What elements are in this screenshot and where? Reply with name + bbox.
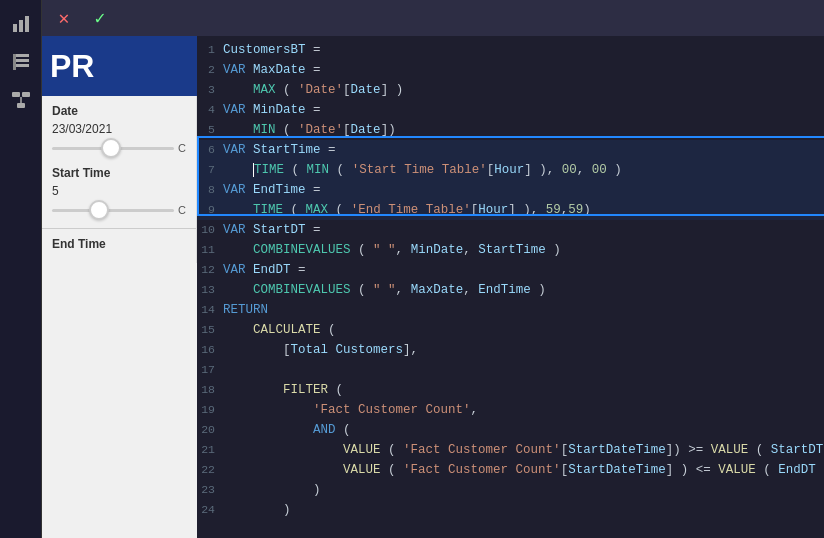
code-line-17: 17	[197, 360, 824, 380]
filter-panel: Date 23/03/2021 C Start Time 5 C	[42, 96, 197, 263]
date-slider[interactable]	[52, 147, 174, 150]
code-line-4: 4 VAR MinDate =	[197, 100, 824, 120]
svg-rect-2	[25, 16, 29, 32]
confirm-button[interactable]: ✓	[86, 4, 114, 32]
code-line-21: 21 VALUE ( 'Fact Customer Count'[StartDa…	[197, 440, 824, 460]
svg-rect-8	[22, 92, 30, 97]
cancel-button[interactable]: ✕	[50, 4, 78, 32]
start-time-value: 5	[52, 184, 186, 198]
end-time-label: End Time	[52, 237, 186, 251]
code-line-3: 3 MAX ( 'Date'[Date] )	[197, 80, 824, 100]
code-line-1: 1 CustomersBT =	[197, 40, 824, 60]
date-slider-thumb[interactable]	[101, 138, 121, 158]
svg-rect-7	[12, 92, 20, 97]
code-line-8: 8 VAR EndTime =	[197, 180, 824, 200]
editor-wrapper: 1 CustomersBT = 2 VAR MaxDate = 3 MAX ( …	[197, 36, 824, 538]
svg-rect-9	[17, 103, 25, 108]
code-line-6: 6 VAR StartTime =	[197, 140, 824, 160]
code-line-19: 19 'Fact Customer Count',	[197, 400, 824, 420]
bar-chart-icon[interactable]	[5, 8, 37, 40]
code-line-24: 24 )	[197, 500, 824, 520]
code-line-2: 2 VAR MaxDate =	[197, 60, 824, 80]
code-line-7: 7 TIME ( MIN ( 'Start Time Table'[Hour] …	[197, 160, 824, 180]
start-time-slider-container: C	[52, 204, 186, 216]
code-line-5: 5 MIN ( 'Date'[Date])	[197, 120, 824, 140]
code-line-11: 11 COMBINEVALUES ( " ", MinDate, StartTi…	[197, 240, 824, 260]
code-line-16: 16 [Total Customers],	[197, 340, 824, 360]
code-line-20: 20 AND (	[197, 420, 824, 440]
table-icon[interactable]	[5, 46, 37, 78]
code-line-14: 14 RETURN	[197, 300, 824, 320]
editor-panel[interactable]: 1 CustomersBT = 2 VAR MaxDate = 3 MAX ( …	[197, 36, 824, 538]
start-time-label: Start Time	[52, 166, 186, 180]
svg-rect-1	[19, 20, 23, 32]
svg-rect-6	[13, 54, 16, 70]
toolbar: ✕ ✓	[42, 0, 824, 36]
date-value: 23/03/2021	[52, 122, 186, 136]
code-line-9: 9 TIME ( MAX ( 'End Time Table'[Hour] ),…	[197, 200, 824, 220]
main-area: ✕ ✓ PR Date 23/03/2021 C Start Time 5	[42, 0, 824, 538]
start-time-slider[interactable]	[52, 209, 174, 212]
logo-area: PR	[42, 36, 197, 96]
code-line-13: 13 COMBINEVALUES ( " ", MaxDate, EndTime…	[197, 280, 824, 300]
svg-rect-0	[13, 24, 17, 32]
code-line-22: 22 VALUE ( 'Fact Customer Count'[StartDa…	[197, 460, 824, 480]
hierarchy-icon[interactable]	[5, 84, 37, 116]
start-time-slider-thumb[interactable]	[89, 200, 109, 220]
code-line-18: 18 FILTER (	[197, 380, 824, 400]
sidebar	[0, 0, 42, 538]
date-slider-container: C	[52, 142, 186, 154]
code-line-15: 15 CALCULATE (	[197, 320, 824, 340]
logo-text: PR	[50, 48, 94, 85]
date-label: Date	[52, 104, 186, 118]
code-container[interactable]: 1 CustomersBT = 2 VAR MaxDate = 3 MAX ( …	[197, 36, 824, 538]
code-line-23: 23 )	[197, 480, 824, 500]
code-line-12: 12 VAR EndDT =	[197, 260, 824, 280]
code-line-10: 10 VAR StartDT =	[197, 220, 824, 240]
